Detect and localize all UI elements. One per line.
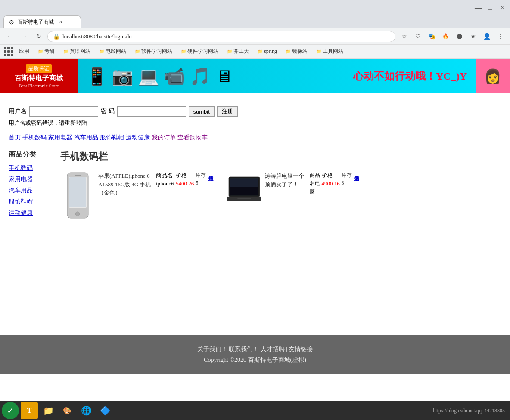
bookmark-3[interactable]: 📁 软件学习网站 (131, 46, 176, 56)
extension-icon-5[interactable]: ★ (467, 31, 479, 43)
extension-icon-2[interactable]: 🎭 (426, 31, 438, 43)
new-tab-button[interactable]: + (81, 16, 93, 28)
nav-link-cart[interactable]: 查看购物车 (177, 134, 208, 142)
product-price-value-1: 4900.16 (322, 180, 340, 187)
profile-icon[interactable]: 👤 (481, 31, 493, 43)
nav-link-orders[interactable]: 我的订单 (152, 134, 176, 142)
address-bar[interactable]: 🔒 localhost:8080/baisite/login.do (47, 31, 395, 42)
bookmark-5[interactable]: 📁 齐工大 (224, 46, 252, 56)
bookmark-2[interactable]: 📁 电影网站 (96, 46, 130, 56)
apps-button[interactable] (3, 46, 14, 57)
bookmark-1[interactable]: 📁 英语网站 (60, 46, 94, 56)
bookmark-label-2: 电影网站 (106, 48, 126, 55)
music-product-icon: 🎵 (190, 66, 211, 86)
bookmarks-bar: 应用 📁 考研 📁 英语网站 📁 电影网站 📁 软件学习网站 📁 硬件学习网站 … (0, 45, 510, 59)
bookmark-label-4: 硬件学习网站 (187, 48, 218, 55)
product-price-label-0: 价格 (176, 172, 194, 179)
product-meta-label-1a: 商品 (310, 172, 320, 179)
refresh-button[interactable]: ↻ (33, 31, 45, 43)
username-input[interactable] (29, 106, 98, 117)
product-meta-label-0: 商品名 (156, 172, 174, 179)
footer-link-jobs[interactable]: 人才招聘 (261, 346, 285, 352)
active-tab[interactable]: ⊙ 百斯特电子商城 × (3, 15, 81, 28)
submit-button[interactable]: sumbit (189, 106, 215, 117)
close-button[interactable]: × (498, 3, 507, 12)
sidebar-title: 商品分类 (9, 150, 52, 159)
tab-close-button[interactable]: × (57, 19, 64, 26)
footer-link-contact[interactable]: 联系我们！ (229, 346, 259, 352)
video-camera-product-icon: 📹 (164, 66, 185, 86)
banner-person-image: 👩 (476, 59, 510, 93)
product-stock-0: 库存 5 (196, 172, 206, 186)
camera-product-icon: 📷 (112, 66, 134, 86)
register-button[interactable]: 注册 (217, 106, 238, 117)
sidebar-link-appliances[interactable]: 家用电器 (9, 176, 52, 183)
nav-link-mobile[interactable]: 手机数码 (22, 134, 47, 142)
svg-point-2 (75, 212, 80, 216)
tab-bar: ⊙ 百斯特电子商城 × + (0, 15, 510, 28)
sidebar-link-sports[interactable]: 运动健康 (9, 209, 52, 217)
product-stock-label-0: 库存 (196, 172, 206, 179)
section-title: 手机数码栏 (60, 150, 501, 163)
bookmark-folder-icon-7: 📁 (286, 49, 291, 54)
tab-favicon: ⊙ (9, 19, 14, 26)
bookmark-8[interactable]: 📁 工具网站 (313, 46, 347, 56)
product-details-1: 涛涛牌电脑一个顶俩卖了了！ 商品 名电 脑 价格 4900.16 库存 3 (265, 172, 360, 195)
bookmark-7[interactable]: 📁 镜像站 (282, 46, 311, 56)
forward-button[interactable]: → (18, 31, 30, 43)
svg-rect-3 (75, 175, 81, 176)
nav-link-sports[interactable]: 运动健康 (126, 134, 150, 142)
bookmark-6[interactable]: 📁 spring (254, 47, 280, 56)
site-name: 百斯特电子商城 (15, 74, 63, 83)
bookmark-label-7: 镜像站 (292, 48, 308, 55)
bookmark-apps[interactable]: 应用 (16, 46, 33, 56)
svg-rect-8 (237, 198, 251, 199)
product-stock-value-1: 3 (342, 180, 352, 186)
title-bar: — □ × (0, 0, 510, 15)
minimize-button[interactable]: — (474, 3, 482, 12)
extension-icon-1[interactable]: 🛡 (412, 31, 424, 43)
sidebar-link-auto[interactable]: 汽车用品 (9, 187, 52, 195)
sidebar-link-mobile[interactable]: 手机数码 (9, 164, 52, 172)
product-stock-label-1: 库存 (342, 172, 352, 179)
back-button[interactable]: ← (3, 31, 16, 43)
menu-button[interactable]: ⋮ (494, 31, 507, 43)
bookmark-folder-icon-8: 📁 (316, 49, 321, 54)
navigation-bar: ← → ↻ 🔒 localhost:8080/baisite/login.do … (0, 28, 510, 45)
product-image-1 (227, 172, 261, 206)
site-footer: 关于我们！ 联系我们！ 人才招聘 | 友情链接 Copyright ©2020 … (0, 335, 510, 374)
banner-slogan: 心动不如行动哦！YC_)Y (353, 69, 476, 83)
products-area: 手机数码栏 苹果(APPL (60, 150, 501, 314)
password-label: 密 码 (101, 108, 115, 115)
bookmark-folder-icon-0: 📁 (38, 49, 43, 54)
footer-copyright: Copyright ©2020 百斯特电子商城(虚拟) (9, 355, 501, 365)
svg-rect-7 (227, 197, 261, 201)
main-content: 商品分类 手机数码 家用电器 汽车用品 服饰鞋帽 运动健康 手机数码栏 (0, 146, 510, 318)
maximize-button[interactable]: □ (486, 3, 494, 12)
password-input[interactable] (117, 106, 186, 117)
product-price-value-0: 5400.26 (176, 180, 194, 187)
footer-link-about[interactable]: 关于我们！ (197, 346, 227, 352)
nav-link-fashion[interactable]: 服饰鞋帽 (100, 134, 124, 142)
site-banner: 品质保证 百斯特电子商城 Best Electronic Store 📱 📷 💻… (0, 59, 510, 93)
bookmark-0[interactable]: 📁 考研 (34, 46, 58, 56)
product-price-label-1: 价格 (322, 172, 340, 179)
login-area: 用户名 密 码 sumbit 注册 用户名或密码错误，请重新登陆 (0, 98, 510, 132)
laptop-image (227, 172, 261, 206)
bookmark-star-icon[interactable]: ☆ (398, 31, 410, 43)
sidebar-link-fashion[interactable]: 服饰鞋帽 (9, 198, 52, 206)
extension-icon-4[interactable]: ⬤ (453, 31, 465, 43)
bookmark-4[interactable]: 📁 硬件学习网站 (177, 46, 222, 56)
nav-link-auto[interactable]: 汽车用品 (74, 134, 98, 142)
laptop-product-icon: 💻 (138, 66, 159, 86)
product-card-0: 苹果(APPLE)iphone 6 A1589 16G版 4G 手机（金色） 商… (60, 172, 214, 219)
browser-window: — □ × ⊙ 百斯特电子商城 × + ← → ↻ 🔒 localhost:80… (0, 0, 510, 59)
url-display: localhost:8080/baisite/login.do (62, 33, 390, 40)
product-stock-value-0: 5 (196, 180, 206, 186)
footer-link-friends[interactable]: 友情链接 (289, 346, 313, 352)
nav-link-appliances[interactable]: 家用电器 (48, 134, 72, 142)
nav-link-home[interactable]: 首页 (9, 134, 21, 142)
extension-icon-3[interactable]: 🔥 (439, 31, 451, 43)
login-form: 用户名 密 码 sumbit 注册 (9, 106, 501, 117)
svg-rect-10 (230, 187, 258, 195)
